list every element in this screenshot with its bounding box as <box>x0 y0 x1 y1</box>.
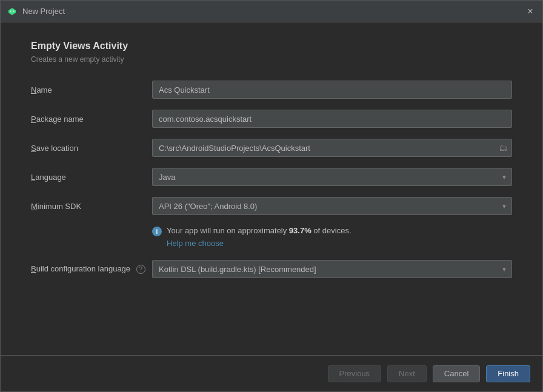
name-label: Name <box>31 85 152 95</box>
build-config-row: Build configuration language ? Kotlin DS… <box>31 260 512 278</box>
new-project-dialog: New Project × Empty Views Activity Creat… <box>0 0 543 392</box>
package-name-input[interactable] <box>152 110 512 128</box>
language-label-text: Language <box>31 173 66 182</box>
save-location-row: Save location 🗂 <box>31 139 512 157</box>
package-name-label: Package name <box>31 115 152 124</box>
folder-browse-icon[interactable]: 🗂 <box>499 143 507 153</box>
previous-button[interactable]: Previous <box>328 365 382 382</box>
build-config-label: Build configuration language ? <box>31 264 152 274</box>
section-title: Empty Views Activity <box>31 41 512 51</box>
name-input[interactable] <box>152 81 512 99</box>
save-location-input[interactable] <box>152 139 512 157</box>
package-name-label-text: Package name <box>31 115 84 124</box>
language-label: Language <box>31 173 152 182</box>
info-percent: 93.7% <box>289 226 311 235</box>
svg-point-0 <box>10 10 12 12</box>
minimum-sdk-label: Minimum SDK <box>31 202 152 211</box>
app-icon <box>7 6 18 17</box>
dialog-title: New Project <box>22 7 524 16</box>
save-location-label-text: Save location <box>31 144 78 153</box>
title-bar: New Project × <box>1 1 542 22</box>
build-config-label-text: Build configuration language <box>31 264 130 273</box>
save-location-label: Save location <box>31 144 152 153</box>
close-button[interactable]: × <box>524 5 536 18</box>
minimum-sdk-field: API 26 ("Oreo"; Android 8.0) API 21 (And… <box>152 197 512 215</box>
info-icon: i <box>152 227 162 236</box>
language-field: Java Kotlin ▼ <box>152 168 512 186</box>
section-subtitle: Creates a new empty activity <box>31 55 512 64</box>
save-location-field: 🗂 <box>152 139 512 157</box>
cancel-button[interactable]: Cancel <box>433 365 480 382</box>
next-button[interactable]: Next <box>387 365 427 382</box>
build-config-select[interactable]: Kotlin DSL (build.gradle.kts) [Recommend… <box>152 260 512 278</box>
minimum-sdk-label-text: Minimum SDK <box>31 202 81 211</box>
help-me-choose-link[interactable]: Help me choose <box>167 239 512 248</box>
name-row: Name <box>31 81 512 99</box>
info-row: i Your app will run on approximately 93.… <box>152 226 512 236</box>
build-config-help-icon[interactable]: ? <box>136 265 145 274</box>
svg-point-1 <box>13 10 15 12</box>
form-content: Empty Views Activity Creates a new empty… <box>1 22 542 355</box>
language-row: Language Java Kotlin ▼ <box>31 168 512 186</box>
build-config-field: Kotlin DSL (build.gradle.kts) [Recommend… <box>152 260 512 278</box>
minimum-sdk-row: Minimum SDK API 26 ("Oreo"; Android 8.0)… <box>31 197 512 215</box>
minimum-sdk-select[interactable]: API 26 ("Oreo"; Android 8.0) API 21 (And… <box>152 197 512 215</box>
finish-button[interactable]: Finish <box>486 365 530 382</box>
language-select[interactable]: Java Kotlin <box>152 168 512 186</box>
name-field <box>152 81 512 99</box>
info-text: Your app will run on approximately 93.7%… <box>167 226 351 235</box>
package-name-row: Package name <box>31 110 512 128</box>
name-label-text: Name <box>31 85 52 95</box>
package-name-field <box>152 110 512 128</box>
dialog-footer: Previous Next Cancel Finish <box>1 355 542 391</box>
info-box: i Your app will run on approximately 93.… <box>152 226 512 248</box>
